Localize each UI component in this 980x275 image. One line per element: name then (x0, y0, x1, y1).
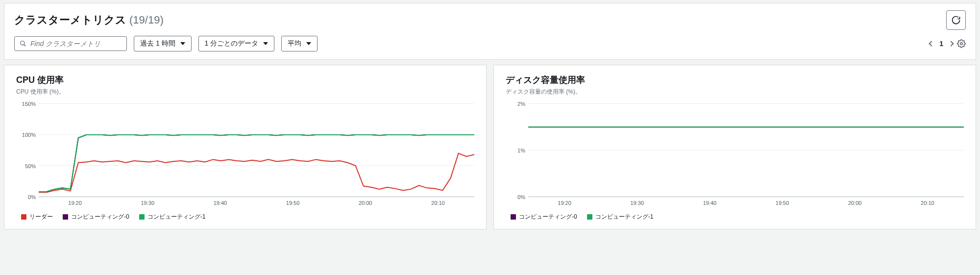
settings-button[interactable] (957, 39, 966, 48)
legend-swatch (139, 214, 145, 220)
search-input-wrapper[interactable] (14, 36, 127, 51)
x-tick-label: 19:50 (776, 200, 789, 206)
legend-label: コンピューティング-1 (595, 213, 654, 221)
chart-title: CPU 使用率 (16, 74, 474, 86)
chart-legend: コンピューティング-0コンピューティング-1 (511, 213, 964, 221)
x-tick-label: 19:30 (141, 200, 154, 206)
svg-line-1 (24, 45, 26, 47)
legend-item[interactable]: コンピューティング-0 (63, 213, 129, 221)
legend-item[interactable]: コンピューティング-1 (587, 213, 654, 221)
x-tick-label: 19:20 (68, 200, 82, 206)
aggregation-label: 平均 (288, 39, 301, 48)
legend-label: コンピューティング-1 (147, 213, 206, 221)
chevron-down-icon (180, 42, 185, 45)
legend-item[interactable]: コンピューティング-0 (511, 213, 577, 221)
chevron-down-icon (306, 42, 311, 45)
search-icon (20, 40, 26, 47)
x-tick-label: 20:00 (359, 200, 372, 206)
page-count: (19/19) (129, 14, 164, 26)
y-tick-label: 1% (517, 148, 525, 153)
y-tick-label: 0% (517, 194, 525, 200)
plot-area: 0%50%100%150% (39, 104, 474, 197)
svg-point-0 (21, 41, 24, 45)
x-tick-label: 19:40 (703, 200, 717, 206)
legend-swatch (21, 214, 26, 220)
chart-subtitle: CPU 使用率 (%)。 (16, 88, 474, 96)
aggregation-select[interactable]: 平均 (281, 36, 318, 51)
x-tick-label: 20:00 (848, 200, 862, 206)
x-tick-label: 19:20 (558, 200, 571, 206)
chevron-down-icon (263, 42, 268, 45)
x-tick-label: 20:10 (431, 200, 445, 206)
legend-swatch (511, 214, 516, 220)
refresh-icon (951, 15, 961, 25)
metrics-header-panel: クラスターメトリクス (19/19) 過去 1 時間 1 分ごとのデータ (4, 3, 976, 60)
page-title: クラスターメトリクス (14, 13, 126, 27)
y-tick-label: 0% (28, 194, 36, 200)
chart-title: ディスク容量使用率 (506, 74, 964, 86)
pager: 1 (930, 40, 953, 48)
plot-area: 0%1%2% (528, 104, 964, 197)
charts-container: CPU 使用率CPU 使用率 (%)。0%50%100%150%19:2019:… (4, 65, 976, 229)
cpu-chart-panel: CPU 使用率CPU 使用率 (%)。0%50%100%150%19:2019:… (4, 65, 487, 229)
legend-item[interactable]: リーダー (21, 213, 53, 221)
page-number: 1 (939, 40, 943, 48)
legend-swatch (63, 214, 68, 220)
x-tick-label: 19:40 (214, 200, 227, 206)
legend-label: リーダー (29, 213, 53, 221)
legend-label: コンピューティング-0 (71, 213, 129, 221)
y-tick-label: 50% (25, 163, 36, 169)
legend-swatch (587, 214, 592, 220)
chart-legend: リーダーコンピューティング-0コンピューティング-1 (21, 213, 474, 221)
x-tick-label: 19:50 (286, 200, 300, 206)
y-tick-label: 150% (22, 101, 36, 107)
y-tick-label: 2% (517, 101, 525, 107)
x-tick-label: 19:30 (630, 200, 644, 206)
time-range-label: 過去 1 時間 (140, 39, 175, 48)
y-tick-label: 100% (22, 132, 36, 138)
disk-chart-panel: ディスク容量使用率ディスク容量の使用率 (%)。0%1%2%19:2019:30… (493, 65, 976, 229)
x-tick-label: 20:10 (921, 200, 934, 206)
time-range-select[interactable]: 過去 1 時間 (134, 36, 192, 51)
svg-point-2 (960, 43, 963, 45)
interval-select[interactable]: 1 分ごとのデータ (198, 36, 275, 51)
legend-label: コンピューティング-0 (519, 213, 577, 221)
search-input[interactable] (30, 40, 122, 48)
chart-subtitle: ディスク容量の使用率 (%)。 (506, 88, 964, 96)
page-next-button[interactable] (948, 41, 954, 46)
legend-item[interactable]: コンピューティング-1 (139, 213, 206, 221)
gear-icon (957, 39, 966, 48)
page-prev-button[interactable] (929, 41, 934, 46)
refresh-button[interactable] (946, 10, 966, 30)
interval-label: 1 分ごとのデータ (205, 39, 259, 48)
